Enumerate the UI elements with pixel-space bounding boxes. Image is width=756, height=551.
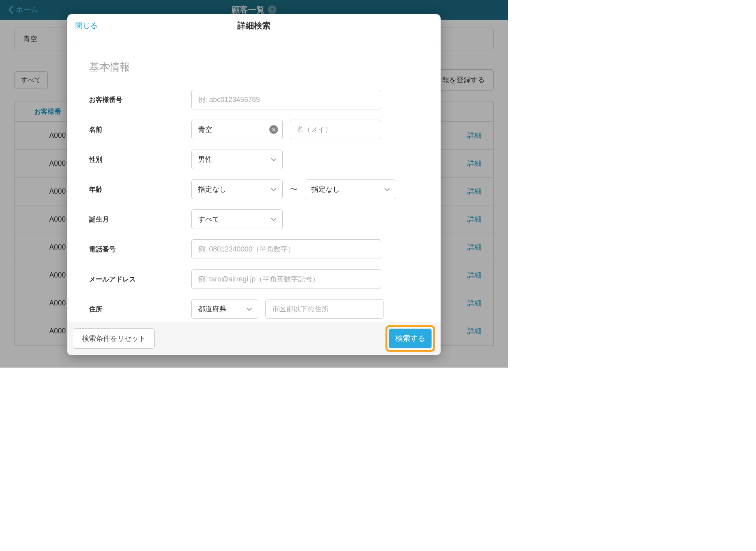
row-birth-month: 誕生月 すべて bbox=[89, 209, 419, 229]
label-gender: 性別 bbox=[89, 155, 191, 164]
advanced-search-modal: 閉じる 詳細検索 基本情報 お客様番号 名前 ✕ bbox=[67, 14, 441, 355]
chevron-down-icon bbox=[246, 305, 252, 313]
row-phone: 電話番号 bbox=[89, 239, 419, 259]
row-address: 住所 都道府県 bbox=[89, 299, 419, 319]
range-separator: 〜 bbox=[290, 184, 298, 195]
gender-select[interactable]: 男性 bbox=[191, 150, 283, 169]
chevron-down-icon bbox=[271, 185, 277, 194]
label-customer-number: お客様番号 bbox=[89, 95, 191, 104]
label-name: 名前 bbox=[89, 125, 191, 134]
modal-footer: 検索条件をリセット 検索する bbox=[67, 322, 441, 355]
row-age: 年齢 指定なし 〜 指定なし bbox=[89, 179, 419, 199]
customer-number-input[interactable] bbox=[191, 90, 381, 109]
chevron-down-icon bbox=[384, 185, 390, 194]
age-from-value: 指定なし bbox=[198, 185, 226, 194]
chevron-down-icon bbox=[271, 155, 277, 164]
label-address: 住所 bbox=[89, 305, 191, 314]
email-input[interactable] bbox=[191, 269, 381, 289]
section-title: 基本情報 bbox=[89, 60, 419, 74]
city-address-input[interactable] bbox=[265, 299, 384, 319]
row-gender: 性別 男性 bbox=[89, 150, 419, 169]
label-phone: 電話番号 bbox=[89, 245, 191, 254]
age-to-select[interactable]: 指定なし bbox=[305, 179, 396, 199]
row-name: 名前 ✕ bbox=[89, 120, 419, 139]
modal-title: 詳細検索 bbox=[237, 20, 271, 31]
phone-input[interactable] bbox=[191, 239, 381, 259]
modal-header: 閉じる 詳細検索 bbox=[67, 14, 441, 37]
form-card: 基本情報 お客様番号 名前 ✕ 性別 bbox=[73, 41, 435, 313]
row-email: メールアドレス bbox=[89, 269, 419, 289]
birth-month-value: すべて bbox=[198, 214, 219, 224]
age-to-value: 指定なし bbox=[311, 185, 340, 194]
clear-icon[interactable]: ✕ bbox=[269, 125, 278, 134]
age-from-select[interactable]: 指定なし bbox=[191, 179, 283, 199]
prefecture-select[interactable]: 都道府県 bbox=[191, 299, 258, 319]
row-customer-number: お客様番号 bbox=[89, 90, 419, 109]
modal-body: 基本情報 お客様番号 名前 ✕ 性別 bbox=[67, 37, 441, 322]
chevron-down-icon bbox=[271, 215, 277, 224]
label-age: 年齢 bbox=[89, 185, 191, 194]
label-birth-month: 誕生月 bbox=[89, 215, 191, 224]
gender-value: 男性 bbox=[198, 155, 212, 164]
reset-button[interactable]: 検索条件をリセット bbox=[73, 328, 155, 349]
search-button[interactable]: 検索する bbox=[389, 329, 432, 348]
close-button[interactable]: 閉じる bbox=[75, 20, 98, 31]
prefecture-value: 都道府県 bbox=[198, 304, 226, 314]
label-email: メールアドレス bbox=[89, 275, 191, 284]
given-name-input[interactable] bbox=[290, 120, 381, 139]
search-button-highlight: 検索する bbox=[385, 325, 435, 352]
birth-month-select[interactable]: すべて bbox=[191, 209, 283, 229]
